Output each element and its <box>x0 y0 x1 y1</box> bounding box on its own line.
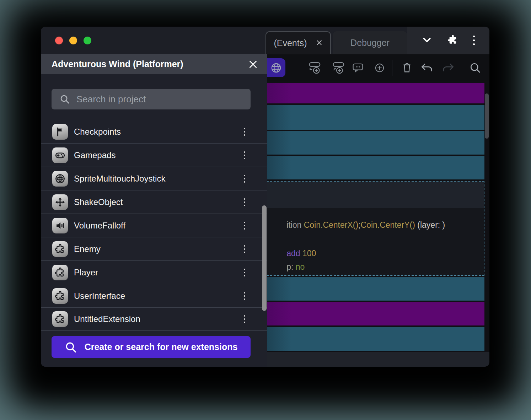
cta-label: Create or search for new extensions <box>85 342 238 352</box>
event-row[interactable] <box>263 302 484 325</box>
action-text-fragment: (layer: ) <box>415 220 445 230</box>
list-item-label: SpriteMultitouchJoystick <box>74 174 165 184</box>
list-item-player[interactable]: Player <box>41 260 267 284</box>
event-row[interactable] <box>263 156 484 179</box>
list-item-label: ShakeObject <box>74 197 123 207</box>
app-window: (Events) Debugger <box>41 27 489 367</box>
minimize-window-button[interactable] <box>69 37 77 44</box>
action-value-no: no <box>296 262 305 271</box>
toolbar-divider <box>462 60 462 76</box>
list-item-label: VolumeFalloff <box>74 221 125 231</box>
item-menu-button[interactable] <box>244 175 245 183</box>
item-menu-button[interactable] <box>244 245 245 253</box>
list-item-shakeobject[interactable]: ShakeObject <box>41 190 267 214</box>
close-icon <box>248 59 258 69</box>
event-row[interactable] <box>263 327 484 351</box>
list-item-label: Enemy <box>74 244 101 254</box>
flag-icon <box>52 124 68 140</box>
puzzle-icon <box>52 311 68 327</box>
list-item-checkpoints[interactable]: Checkpoints <box>41 120 267 143</box>
add-event-icon <box>308 61 322 75</box>
comment-icon <box>351 61 365 75</box>
item-menu-button[interactable] <box>244 315 245 323</box>
speaker-icon <box>52 218 68 233</box>
event-row[interactable] <box>263 83 484 103</box>
redo-button[interactable] <box>440 60 456 76</box>
undo-icon <box>420 61 434 75</box>
item-menu-button[interactable] <box>244 292 245 300</box>
list-item-label: UserInterface <box>74 291 125 301</box>
search-icon <box>468 61 482 75</box>
list-item-untitledextension[interactable]: UntitledExtension <box>41 307 267 331</box>
tab-debugger[interactable]: Debugger <box>333 31 407 54</box>
selected-event-row[interactable]: ition Coin.CenterX();Coin.CenterY() (lay… <box>263 181 484 276</box>
close-tab-icon[interactable] <box>316 38 323 48</box>
gamepad-icon <box>52 147 68 163</box>
extensions-puzzle-icon[interactable] <box>447 34 458 47</box>
plus-circle-icon <box>373 61 386 74</box>
joystick-icon <box>52 171 68 187</box>
more-options-icon[interactable] <box>473 36 475 45</box>
extensions-list: Checkpoints Gamepads <box>41 120 267 331</box>
search-input[interactable] <box>76 94 251 105</box>
list-item-volumefalloff[interactable]: VolumeFalloff <box>41 214 267 237</box>
puzzle-icon <box>52 241 68 257</box>
globe-icon <box>270 62 282 74</box>
close-window-button[interactable] <box>55 37 63 44</box>
list-item-gamepads[interactable]: Gamepads <box>41 143 267 167</box>
list-item-label: Player <box>74 268 98 278</box>
puzzle-icon <box>52 288 68 304</box>
tab-events[interactable]: (Events) <box>266 31 331 54</box>
add-sub-event-button[interactable] <box>331 60 347 76</box>
list-item-label: Gamepads <box>74 150 116 160</box>
zoom-window-button[interactable] <box>84 37 91 44</box>
project-search-box[interactable] <box>52 89 251 109</box>
puzzle-icon <box>52 265 68 280</box>
event-row[interactable] <box>263 131 484 155</box>
undo-button[interactable] <box>419 60 435 76</box>
delete-button[interactable] <box>399 60 415 76</box>
search-icon <box>65 341 77 353</box>
event-row[interactable] <box>263 105 484 130</box>
close-panel-button[interactable] <box>247 59 259 70</box>
action-text-fragment: ition <box>286 220 304 230</box>
add-sub-event-icon <box>332 61 346 75</box>
toolbar-divider <box>392 60 392 76</box>
item-menu-button[interactable] <box>244 198 245 206</box>
selected-event-condition-area[interactable] <box>264 182 484 208</box>
expression-coin-centery: Coin.CenterY() <box>361 220 415 230</box>
add-circle-button[interactable] <box>372 60 387 76</box>
list-item-label: Checkpoints <box>74 127 121 137</box>
add-comment-button[interactable] <box>350 60 366 76</box>
move-arrows-icon <box>52 194 68 210</box>
tab-events-label: (Events) <box>274 38 307 48</box>
chevron-down-icon[interactable] <box>422 34 432 47</box>
action-text-fragment: p: <box>286 262 296 271</box>
item-menu-button[interactable] <box>244 128 245 136</box>
event-row[interactable] <box>263 277 484 301</box>
create-or-search-extensions-button[interactable]: Create or search for new extensions <box>52 336 251 358</box>
add-event-button[interactable] <box>307 60 323 76</box>
action-line-position[interactable]: ition Coin.CenterX();Coin.CenterY() (lay… <box>268 211 445 239</box>
trash-icon <box>400 61 414 75</box>
list-item-label: UntitledExtension <box>74 314 140 324</box>
expression-coin-centerx: Coin.CenterX() <box>304 220 358 230</box>
list-item-userinterface[interactable]: UserInterface <box>41 284 267 307</box>
item-menu-button[interactable] <box>244 269 245 276</box>
project-panel: Adventurous Wind (Platformer) Checkpoint… <box>41 54 267 367</box>
search-events-button[interactable] <box>467 60 483 76</box>
project-title: Adventurous Wind (Platformer) <box>52 59 183 69</box>
window-titlebar: (Events) Debugger <box>41 27 489 54</box>
panel-scrollbar[interactable] <box>262 205 267 311</box>
redo-icon <box>441 61 455 75</box>
titlebar-right-cluster <box>407 27 489 54</box>
item-menu-button[interactable] <box>244 222 245 230</box>
events-scrollbar[interactable] <box>485 93 489 139</box>
project-panel-titlebar: Adventurous Wind (Platformer) <box>41 54 267 74</box>
search-icon <box>59 94 70 104</box>
tab-debugger-label: Debugger <box>350 38 390 48</box>
item-menu-button[interactable] <box>244 151 245 159</box>
list-item-sprite-multitouch-joystick[interactable]: SpriteMultitouchJoystick <box>41 167 267 190</box>
list-item-enemy[interactable]: Enemy <box>41 237 267 260</box>
